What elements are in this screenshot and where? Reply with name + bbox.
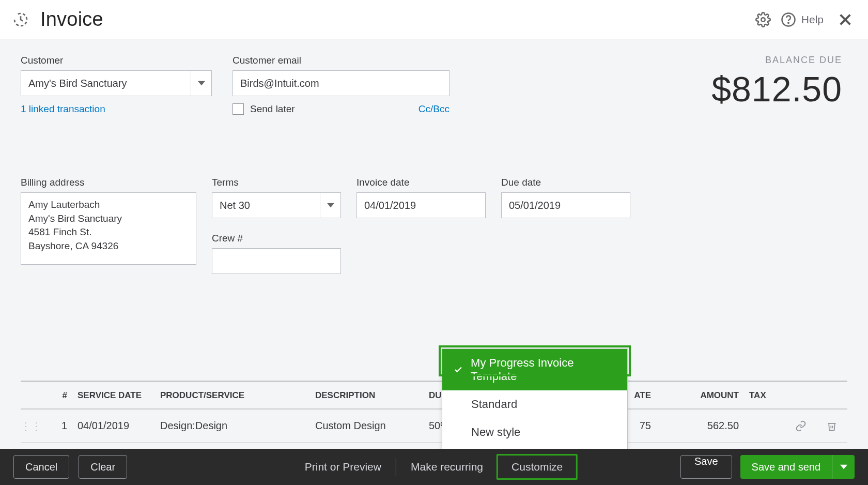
- billing-address-field[interactable]: Amy Lauterbach Amy's Bird Sanctuary 4581…: [21, 192, 196, 265]
- page-title: Invoice: [40, 8, 103, 31]
- due-date-value: 05/01/2019: [509, 200, 561, 211]
- row-amount[interactable]: 562.50: [656, 420, 744, 432]
- customer-select[interactable]: Amy's Bird Sanctuary: [21, 70, 212, 96]
- col-service-date: SERVICE DATE: [72, 390, 155, 401]
- balance-due-amount: $812.50: [711, 69, 842, 109]
- col-description: DESCRIPTION: [310, 390, 424, 401]
- link-icon[interactable]: [785, 420, 816, 432]
- save-and-send-button[interactable]: Save and send: [740, 455, 855, 479]
- table-row[interactable]: ⋮⋮ 2 04/01/2019 Landscaping:Hours 50% of…: [21, 443, 847, 449]
- gear-icon[interactable]: [753, 9, 773, 30]
- chevron-down-icon[interactable]: [320, 193, 340, 218]
- customer-value: Amy's Bird Sanctuary: [28, 78, 127, 89]
- svg-point-0: [761, 18, 765, 22]
- form-body: Customer Amy's Bird Sanctuary 1 linked t…: [0, 39, 868, 449]
- crew-label: Crew #: [212, 233, 341, 244]
- cancel-button[interactable]: Cancel: [13, 455, 69, 479]
- template-option-edit-current[interactable]: Edit current: [442, 446, 627, 449]
- email-label: Customer email: [233, 55, 450, 66]
- help-label: Help: [801, 13, 824, 26]
- send-later-checkbox[interactable]: [233, 103, 244, 115]
- save-and-send-label: Save and send: [740, 461, 832, 473]
- svg-point-2: [788, 22, 789, 23]
- trash-icon[interactable]: [816, 421, 847, 431]
- footer-bar: Cancel Clear Print or Preview Make recur…: [0, 449, 868, 485]
- table-header: # SERVICE DATE PRODUCT/SERVICE DESCRIPTI…: [21, 381, 847, 410]
- ccbcc-link[interactable]: Cc/Bcc: [419, 103, 450, 115]
- billing-address-label: Billing address: [21, 177, 196, 188]
- row-desc[interactable]: Custom Design: [310, 420, 424, 432]
- help-button[interactable]: Help: [781, 12, 824, 27]
- invoice-date-value: 04/01/2019: [364, 200, 416, 211]
- row-num: 1: [41, 420, 72, 432]
- template-option-standard[interactable]: Standard: [442, 390, 627, 418]
- customer-label: Customer: [21, 55, 212, 66]
- save-button[interactable]: Save: [680, 455, 732, 479]
- crew-field[interactable]: [212, 248, 341, 274]
- history-icon[interactable]: [10, 9, 31, 30]
- due-date-label: Due date: [501, 177, 630, 188]
- terms-value: Net 30: [220, 200, 250, 211]
- email-value: Birds@Intuit.com: [240, 78, 319, 89]
- col-tax: TAX: [744, 390, 785, 401]
- make-recurring-button[interactable]: Make recurring: [396, 461, 498, 473]
- row-product[interactable]: Design:Design: [155, 420, 310, 432]
- invoice-date-field[interactable]: 04/01/2019: [357, 192, 486, 218]
- send-later-label: Send later: [250, 103, 295, 115]
- chevron-down-icon[interactable]: [191, 71, 211, 96]
- due-date-field[interactable]: 05/01/2019: [501, 192, 630, 218]
- line-items-table: # SERVICE DATE PRODUCT/SERVICE DESCRIPTI…: [21, 381, 847, 449]
- terms-label: Terms: [212, 177, 341, 188]
- chevron-down-icon[interactable]: [832, 455, 855, 479]
- balance-due-label: BALANCE DUE: [711, 55, 842, 66]
- drag-handle-icon[interactable]: ⋮⋮: [21, 420, 41, 432]
- email-field[interactable]: Birds@Intuit.com: [233, 70, 450, 96]
- close-icon[interactable]: [835, 9, 856, 30]
- template-option-label: Standard: [471, 398, 517, 411]
- col-num: #: [41, 390, 72, 401]
- col-product: PRODUCT/SERVICE: [155, 390, 310, 401]
- template-option-my-progress[interactable]: My Progress Invoice Template: [442, 349, 627, 390]
- print-preview-button[interactable]: Print or Preview: [290, 461, 396, 473]
- customize-template-menu: My Progress Invoice Template Standard Ne…: [442, 348, 628, 449]
- terms-select[interactable]: Net 30: [212, 192, 341, 218]
- customize-button[interactable]: Customize: [497, 454, 578, 480]
- col-amount: AMOUNT: [656, 390, 744, 401]
- template-option-label: My Progress Invoice Template: [471, 356, 616, 383]
- template-option-new-style[interactable]: New style: [442, 418, 627, 446]
- check-icon: [454, 365, 463, 374]
- invoice-date-label: Invoice date: [357, 177, 486, 188]
- row-sdate[interactable]: 04/01/2019: [72, 420, 155, 432]
- clear-button[interactable]: Clear: [79, 455, 127, 479]
- titlebar: Invoice Help: [0, 0, 868, 39]
- table-row[interactable]: ⋮⋮ 1 04/01/2019 Design:Design Custom Des…: [21, 410, 847, 443]
- template-option-label: New style: [471, 426, 520, 439]
- linked-transaction-link[interactable]: 1 linked transaction: [21, 103, 212, 115]
